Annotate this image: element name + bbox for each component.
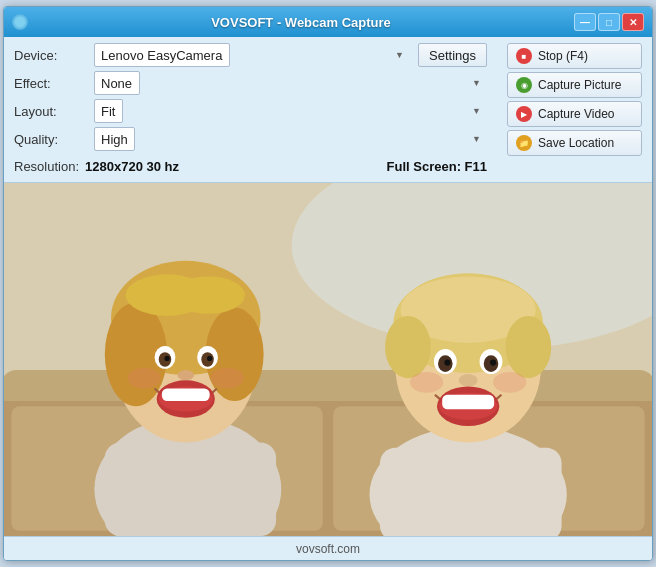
window-title: VOVSOFT - Webcam Capture bbox=[28, 15, 574, 30]
save-location-label: Save Location bbox=[538, 136, 614, 150]
device-select-wrapper: Lenovo EasyCamera bbox=[94, 43, 410, 67]
svg-point-46 bbox=[410, 372, 443, 393]
svg-point-35 bbox=[506, 316, 552, 378]
capture-picture-button[interactable]: ◉ Capture Picture bbox=[507, 72, 642, 98]
svg-rect-45 bbox=[442, 395, 494, 410]
window-icon bbox=[12, 14, 28, 30]
resolution-row: Resolution: 1280x720 30 hz Full Screen: … bbox=[14, 155, 487, 176]
effect-select-wrapper: None bbox=[94, 71, 487, 95]
layout-select-wrapper: Fit bbox=[94, 99, 487, 123]
device-select[interactable]: Lenovo EasyCamera bbox=[94, 43, 230, 67]
save-location-icon: 📁 bbox=[516, 135, 532, 151]
quality-select-wrapper: High bbox=[94, 127, 487, 151]
svg-point-20 bbox=[164, 356, 169, 361]
svg-rect-29 bbox=[380, 448, 562, 536]
quality-label: Quality: bbox=[14, 132, 94, 147]
svg-point-26 bbox=[128, 368, 161, 389]
controls-layout: Device: Lenovo EasyCamera Settings Effec… bbox=[14, 43, 642, 176]
title-bar: VOVSOFT - Webcam Capture — □ ✕ bbox=[4, 7, 652, 37]
effect-row: Effect: None bbox=[14, 71, 487, 95]
settings-button[interactable]: Settings bbox=[418, 43, 487, 67]
quality-select[interactable]: High bbox=[94, 127, 135, 151]
left-controls: Device: Lenovo EasyCamera Settings Effec… bbox=[14, 43, 487, 176]
svg-rect-25 bbox=[162, 389, 210, 401]
capture-video-label: Capture Video bbox=[538, 107, 615, 121]
webcam-preview bbox=[4, 183, 652, 536]
fullscreen-text: Full Screen: F11 bbox=[387, 159, 487, 174]
footer-text: vovsoft.com bbox=[296, 542, 360, 556]
save-location-button[interactable]: 📁 Save Location bbox=[507, 130, 642, 156]
svg-point-40 bbox=[444, 360, 450, 366]
main-window: VOVSOFT - Webcam Capture — □ ✕ Device: L… bbox=[3, 6, 653, 561]
maximize-button[interactable]: □ bbox=[598, 13, 620, 31]
svg-point-42 bbox=[459, 374, 478, 386]
effect-select[interactable]: None bbox=[94, 71, 140, 95]
title-bar-controls: — □ ✕ bbox=[574, 13, 644, 31]
quality-row: Quality: High bbox=[14, 127, 487, 151]
device-label: Device: bbox=[14, 48, 94, 63]
device-row: Device: Lenovo EasyCamera Settings bbox=[14, 43, 487, 67]
resolution-left: Resolution: 1280x720 30 hz bbox=[14, 159, 179, 174]
stop-label: Stop (F4) bbox=[538, 49, 588, 63]
svg-point-22 bbox=[177, 370, 194, 380]
minimize-button[interactable]: — bbox=[574, 13, 596, 31]
resolution-label: Resolution: bbox=[14, 159, 79, 174]
right-buttons: ■ Stop (F4) ◉ Capture Picture ▶ Capture … bbox=[507, 43, 642, 176]
layout-row: Layout: Fit bbox=[14, 99, 487, 123]
svg-rect-8 bbox=[105, 443, 276, 536]
svg-point-47 bbox=[493, 372, 526, 393]
capture-picture-label: Capture Picture bbox=[538, 78, 621, 92]
webcam-svg bbox=[4, 183, 652, 536]
svg-point-21 bbox=[207, 356, 212, 361]
layout-label: Layout: bbox=[14, 104, 94, 119]
capture-picture-icon: ◉ bbox=[516, 77, 532, 93]
svg-point-15 bbox=[172, 276, 245, 313]
capture-video-button[interactable]: ▶ Capture Video bbox=[507, 101, 642, 127]
effect-label: Effect: bbox=[14, 76, 94, 91]
close-button[interactable]: ✕ bbox=[622, 13, 644, 31]
resolution-value: 1280x720 30 hz bbox=[85, 159, 179, 174]
stop-button[interactable]: ■ Stop (F4) bbox=[507, 43, 642, 69]
webcam-area bbox=[4, 183, 652, 536]
svg-point-41 bbox=[490, 360, 496, 366]
svg-point-34 bbox=[385, 316, 431, 378]
layout-select[interactable]: Fit bbox=[94, 99, 123, 123]
stop-icon: ■ bbox=[516, 48, 532, 64]
footer-bar: vovsoft.com bbox=[4, 536, 652, 560]
controls-area: Device: Lenovo EasyCamera Settings Effec… bbox=[4, 37, 652, 183]
svg-point-27 bbox=[211, 368, 244, 389]
capture-video-icon: ▶ bbox=[516, 106, 532, 122]
